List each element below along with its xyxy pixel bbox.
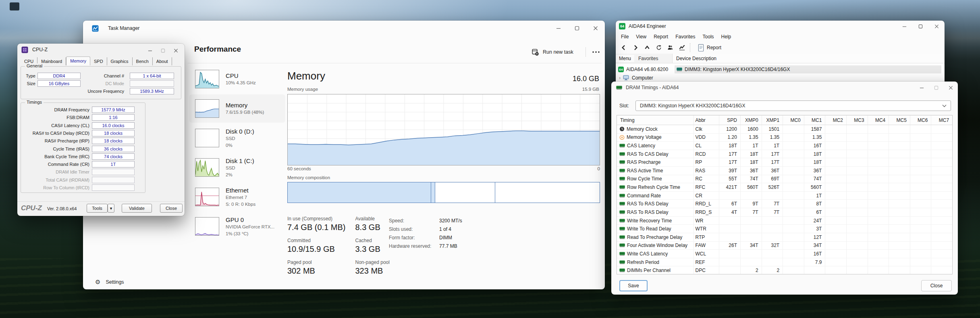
run-new-task-button[interactable]: Run new task [528,45,577,59]
table-row-rc[interactable]: Row Cycle TimeRC55T74T69T74T [617,175,952,184]
minimize-button[interactable] [549,21,568,36]
tools-button[interactable]: Tools [87,204,108,213]
timing-value-cell [762,225,783,233]
close-button[interactable] [586,21,605,36]
sidebar-item-disk0[interactable]: Disk 0 (D:)SSD0% [189,124,285,152]
table-row-wcl[interactable]: Write CAS LatencyWCL16T [617,250,952,258]
table-row-rcd[interactable]: RAS To CAS DelayRCD17T18T17T18T [617,150,952,159]
up-icon[interactable] [642,43,652,52]
sidebar-item-ethernet[interactable]: EthernetEthernet 7S: 0 R: 0 Kbps [189,183,285,211]
column-header-mc5[interactable]: MC5 [889,115,910,125]
chart-icon[interactable] [677,43,687,52]
timing-name-cell: Memory Clock [617,125,693,133]
timing-value-cell [846,158,868,166]
menu-report[interactable]: Report [650,33,672,41]
column-header-xmp0[interactable]: XMP0 [740,115,762,125]
menu-file[interactable]: File [617,33,632,41]
timing-value-cell: 18T [804,158,825,166]
save-button[interactable]: Save [619,280,648,291]
maximize-button[interactable] [156,45,169,56]
tree-item-aida64[interactable]: 64 AIDA64 v6.80.6200 [618,66,668,73]
close-cpuz-button[interactable]: Close [160,204,183,213]
timing-value-cell [825,158,846,166]
forward-icon[interactable] [630,43,641,52]
minimize-button[interactable] [143,45,156,56]
column-header-mc1[interactable]: MC1 [804,115,825,125]
users-icon[interactable] [665,43,676,52]
table-row-cl[interactable]: CAS LatencyCL18T1T1T16T [617,142,952,150]
table-row-rtp[interactable]: Read To Precharge DelayRTP12T [617,233,952,242]
aida64-titlebar[interactable]: 64 AIDA64 Engineer [616,21,945,32]
maximize-button[interactable] [912,21,928,32]
table-row-dpc[interactable]: DIMMs Per ChannelDPC22 [617,266,952,274]
tab-bench[interactable]: Bench [133,57,153,65]
taskmanager-titlebar[interactable]: Task Manager [83,21,605,36]
table-row-clk[interactable]: Memory ClockClk1200160015011587 [617,125,952,134]
tree-item-computer[interactable]: › Computer [619,74,653,82]
column-header-xmp1[interactable]: XMP1 [762,115,783,125]
column-header-mc6[interactable]: MC6 [910,115,931,125]
column-header-mc4[interactable]: MC4 [868,115,889,125]
table-row-wtr[interactable]: Write To Read DelayWTR3T [617,225,952,233]
timing-value-cell [889,142,910,150]
table-row-vdd[interactable]: Memory VoltageVDD1.201.351.351.35 [617,134,952,142]
menu-tools[interactable]: Tools [699,33,718,41]
tab-graphics[interactable]: Graphics [107,57,133,65]
tab-favorites[interactable]: Favorites [634,55,662,62]
expand-chevron-icon[interactable]: › [619,75,621,81]
refresh-icon[interactable] [653,43,664,52]
more-options-button[interactable] [588,45,604,59]
tab-about[interactable]: About [153,57,172,65]
memory-composition-bar[interactable] [287,182,600,203]
timing-value-cell [910,250,931,258]
column-header-mc3[interactable]: MC3 [846,115,868,125]
close-button[interactable] [928,21,945,32]
sidebar-item-gpu0[interactable]: GPU 0NVIDIA GeForce RTX...1% (33 °C) [189,212,285,241]
column-header-timing[interactable]: Timing [617,115,693,125]
report-button[interactable]: Report [696,44,724,52]
validate-button[interactable]: Validate [122,204,152,213]
menu-view[interactable]: View [632,33,650,41]
table-row-cr[interactable]: Command RateCR1T [617,192,952,200]
tab-menu[interactable]: Menu [616,55,634,62]
detail-label: Slots used: [389,226,439,232]
table-row-wr[interactable]: Write Recovery TimeWR24T [617,217,952,225]
table-row-rrd_l[interactable]: RAS To RAS DelayRRD_L6T9T7T8T [617,200,952,208]
column-header-abbr[interactable]: Abbr [693,115,719,125]
timing-value-cell [783,175,804,183]
tab-spd[interactable]: SPD [90,57,107,65]
ram-icon [619,260,625,264]
table-row-rfc[interactable]: Row Refresh Cycle TimeRFC421T560T526T560… [617,183,952,192]
column-header-spd[interactable]: SPD [719,115,740,125]
sidebar-item-disk1[interactable]: Disk 1 (C:)SSD2% [189,153,285,182]
maximize-button[interactable] [568,21,586,36]
sidebar-item-cpu[interactable]: CPU10% 4.35 GHz [189,65,285,93]
timing-value-cell [846,167,868,175]
tab-memory[interactable]: Memory [66,56,90,65]
sidebar-item-memory[interactable]: Memory7.6/15.9 GB (48%) [189,94,285,123]
minimize-button[interactable] [896,21,912,32]
timing-value-cell [825,242,846,250]
tools-dropdown-arrow[interactable]: ▾ [108,204,114,213]
minimize-button[interactable] [914,82,929,94]
close-button[interactable] [943,82,958,94]
back-icon[interactable] [618,43,629,52]
device-list-row-dimm3[interactable]: DIMM3: Kingston HyperX KHX3200C16D4/16GX [675,65,941,73]
slot-dropdown[interactable]: DIMM3: Kingston HyperX KHX3200C16D4/16GX [635,100,951,111]
column-header-mc0[interactable]: MC0 [783,115,804,125]
close-button[interactable] [169,45,182,56]
menu-favorites[interactable]: Favorites [672,33,699,41]
table-row-rp[interactable]: RAS PrechargeRP17T18T17T18T [617,158,952,167]
close-dialog-button[interactable]: Close [921,280,952,291]
table-row-ras[interactable]: RAS Active TimeRAS39T36T36T36T [617,167,952,175]
dialog-titlebar[interactable]: DRAM Timings - AIDA64 [611,82,958,94]
maximize-button[interactable] [929,82,943,94]
column-header-mc2[interactable]: MC2 [825,115,846,125]
table-row-rrd_s[interactable]: RAS To RAS DelayRRD_S4T7T7T6T [617,208,952,217]
device-description-header[interactable]: Device Description [673,54,945,63]
settings-button[interactable]: ⚙ Settings [92,275,127,289]
column-header-mc7[interactable]: MC7 [931,115,952,125]
table-row-ref[interactable]: Refresh PeriodREF7.9 [617,258,952,267]
menu-help[interactable]: Help [718,33,735,41]
table-row-faw[interactable]: Four Activate Window DelayFAW26T34T32T34… [617,242,952,250]
